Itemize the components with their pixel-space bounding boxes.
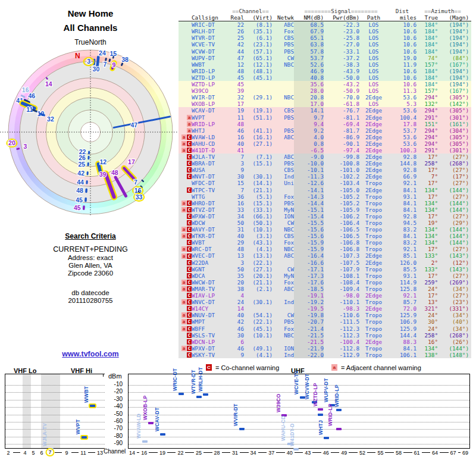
gridline [5, 444, 105, 445]
callsign: WZTD-LP [192, 81, 228, 87]
search-address: Address: exact [1, 254, 180, 261]
adjacent-channel-marker: a [181, 319, 186, 324]
bracket-stub [103, 374, 104, 377]
gridline [129, 407, 469, 408]
co-channel-marker: C [187, 293, 192, 298]
channel-tick-label: 43 [305, 450, 311, 456]
table-row: CWBRA-DT3(15.1)PBS-10.0-100.82Edge144.82… [178, 160, 471, 167]
channel-tick-label: 6 [40, 450, 43, 456]
channel-tick-label: 2 [7, 450, 10, 456]
table-row: CWDCA35(20.1)MyN-17.3-108.1Tropo93.117°(… [178, 273, 471, 279]
channel-tick-label: 34 [250, 450, 256, 456]
search-mode: CURRENT+PENDING [1, 245, 180, 253]
table-row: WZTD-LP45(45.1)40.8-50.0LOS10.6184°(194°… [178, 74, 471, 81]
co-channel-marker: C [187, 326, 192, 331]
table-row: aCWPXV-DT46(49.1)ION-21.9-112.8Tropo84.1… [178, 345, 471, 352]
table-row: WTVR-DT25(6.1)CBS65.1-25.8LOS10.6184°(19… [178, 35, 471, 41]
callsign: WVPT [192, 114, 228, 121]
co-channel-marker: C [187, 260, 192, 265]
table-row: aCWNUV-DT40(54.1)CW-19.8-110.6Tropo125.9… [178, 312, 471, 318]
co-channel-marker: C [187, 207, 192, 212]
gridline [5, 385, 105, 386]
table-row: aCWMPT42(22.1)PBS-20.7-111.5Tropo106.930… [178, 318, 471, 325]
channel-tick-label: 9 [65, 450, 68, 456]
signal-bar [142, 440, 148, 443]
table-row: WVIR-DT32(29.1)NBC20.8-70.02Edge53.6294°… [178, 94, 471, 101]
radar-center [80, 122, 100, 142]
table-row: CW14CY14-19.5-98.32Edge72.0321°(331°) [178, 305, 471, 312]
adjacent-channel-legend-label: = Adjacent channel warning [341, 364, 421, 371]
page-title: New Home [1, 8, 180, 18]
gridline [5, 429, 105, 430]
bar-callsign-label: WRID-LP [327, 403, 333, 426]
signal-bar [82, 436, 87, 439]
table-column-headers: CallsignReal(Virt)NetwkNM(dB)Pwr(dBm)Pat… [178, 14, 471, 21]
adjacent-channel-marker: a [181, 286, 186, 292]
adjacent-channel-marker: a [181, 148, 186, 153]
table-header-groups: ==Channel==========Signal========Dist==A… [178, 8, 471, 14]
channel-axis-label: Channel [104, 448, 126, 455]
callsign: WUSA [192, 167, 228, 173]
adjacent-channel-marker: a [181, 134, 186, 140]
signal-bar [196, 396, 202, 398]
callsign: WRIC-DT [192, 21, 228, 28]
callsign: WSLS-TV [192, 332, 228, 339]
channel-tick-label: 19 [159, 450, 165, 456]
tvfool-report: New Home All Channels TrueNorth N3302415… [0, 0, 476, 457]
adjacent-channel-marker: a [181, 141, 186, 146]
signal-bar [148, 422, 154, 424]
co-channel-marker: C [187, 240, 192, 245]
callsign: WAVY-DT [192, 226, 228, 233]
table-row: CW22DA3(22.1)-16.6-107.52Edge126.02°(12°… [178, 259, 471, 266]
dbm-tick-label: -80 [106, 433, 123, 439]
bar-callsign-label: WWBT [83, 386, 89, 403]
axis-dash [137, 452, 139, 453]
callsign: WUPV-DT [192, 55, 228, 61]
table-row: CWJLA-TV7(7.1)ABC-9.0-99.82Edge92.817°(2… [178, 154, 471, 160]
table-row: CWUSA9CBS-10.1-101.02Edge92.817°(27°) [178, 167, 471, 173]
axis-dash [312, 452, 321, 453]
bar-callsign-label: WRLH-DT [198, 367, 203, 392]
gridline [129, 422, 469, 422]
table-row: aWRID-LP489.4-69.42Edge17.8151°(161°) [178, 121, 471, 127]
callsign: W41DT-D [192, 147, 228, 154]
axis-dash [13, 452, 20, 453]
channel-tick-label: 11 [80, 450, 86, 456]
table-row: WWBT12(12.1)NBC52.6-38.3LOS11.9157°(167°… [178, 61, 471, 68]
channel-tick-label: 64 [432, 450, 438, 456]
channel-tick-label: 46 [323, 450, 329, 456]
gridline [5, 437, 105, 437]
table-row: WZTD-LP4535.6-43.2LOS10.6184°(194°) [178, 81, 471, 87]
table-row: aCWMAR-TV38(2.1)ABC-18.5-109.4Tropo125.8… [178, 286, 471, 292]
table-row: WCAV-DT19(19.1)CBS14.1-76.72Edge53.6294°… [178, 107, 471, 114]
table-row: aCWAHU-CD40(27.1)0.8-90.12Edge53.6294°(3… [178, 140, 471, 147]
search-zip: Zipcode 23060 [1, 270, 180, 277]
channel-tick-label: 37 [268, 450, 274, 456]
gridline [129, 400, 469, 400]
channel-tick-label: 7 [45, 448, 54, 456]
callsign: WZTD-LP [192, 74, 228, 81]
tvfool-link[interactable]: www.tvfool.com [1, 350, 180, 358]
channel-tick-label: 16 [141, 450, 147, 456]
adjacent-channel-legend-icon: a [331, 364, 337, 371]
callsign: W14CY [192, 305, 228, 312]
gridline [5, 407, 105, 408]
callsign: WDCN-LP [192, 339, 228, 345]
bar-callsign-label: WCVW-DT [304, 373, 310, 399]
signal-bar [318, 408, 323, 411]
bracket-stub [5, 374, 5, 377]
co-channel-marker: C [187, 201, 192, 206]
table-row: aCWBFF46(45.1)Fox-21.4-112.3Tropo125.924… [178, 325, 471, 332]
callsign: WGNT [192, 266, 228, 273]
table-row: aCWTVZ-DT33(33.1)MyN-15.1-105.9Tropo84.1… [178, 206, 471, 213]
table-row: aCW41DT-D41-6.5-97.42Edge100.3291°(301°) [178, 147, 471, 154]
axis-dash [88, 452, 95, 453]
callsign: WAHU-CD [192, 140, 228, 147]
channel-tick-label: 67 [450, 450, 456, 456]
table-row: aCWHRO-DT16(15.1)PBS-14.4-105.2Tropo84.1… [178, 200, 471, 206]
callsign: WWCW-DT [192, 279, 228, 286]
axis-dash [295, 452, 303, 453]
bar-callsign-label: W39CO [275, 393, 281, 412]
co-channel-marker: C [187, 312, 192, 318]
signal-table: ==Channel==========Signal========Dist==A… [178, 8, 471, 358]
